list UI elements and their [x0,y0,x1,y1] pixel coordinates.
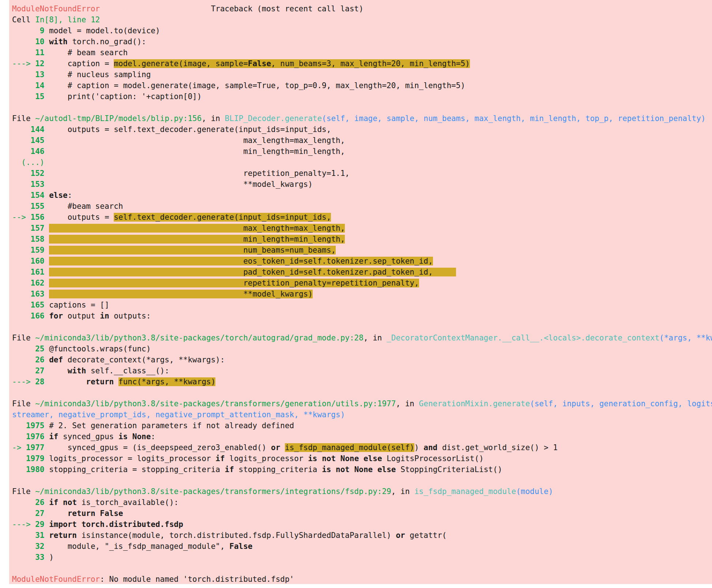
traceback-line: 26 if not is_torch_available(): [12,497,712,508]
traceback-line: 32 module, "_is_fsdp_managed_module", Fa… [12,541,712,552]
traceback-line: 1980 stopping_criteria = stopping_criter… [12,464,712,475]
traceback-line [12,321,712,332]
code-text: outputs: [109,312,151,320]
line-number: 153 [12,180,45,189]
traceback-line: File ~/miniconda3/lib/python3.8/site-pac… [12,486,712,497]
code-text: , in [396,399,419,408]
line-number: 31 [12,531,45,540]
code-keyword: None [340,454,359,463]
traceback-line: streamer, negative_prompt_ids, negative_… [12,409,712,420]
code-text [45,268,49,276]
code-text [128,432,132,441]
traceback-line: 15 print('caption: '+caption[0]) [12,91,712,102]
cell-output-gutter [0,0,9,588]
traceback-line: 27 with self.__class__(): [12,365,712,376]
traceback-line: 13 # nucleus sampling [12,69,712,80]
traceback-line: 160 eos_token_id=self.tokenizer.sep_toke… [12,256,712,267]
code-keyword: is [322,465,331,474]
code-keyword: or [271,443,280,452]
code-text: print('caption: '+caption[0]) [45,92,202,101]
code-text: stopping_criteria [234,465,322,474]
traceback-line: 152 repetition_penalty=1.1, [12,168,712,179]
error-traceback-output: ModuleNotFoundError Traceback (most rece… [9,0,712,584]
code-text: isinstance(module, torch.distributed.fsd… [77,531,396,540]
code-text [45,279,49,287]
traceback-line: 162 repetition_penalty=repetition_penalt… [12,278,712,289]
traceback-line: 9 model = model.to(device) [12,25,712,36]
traceback-path: ---> [12,520,35,529]
traceback-path: ~/miniconda3/lib/python3.8/site-packages… [35,333,363,342]
code-text [58,498,63,507]
call-args: (self, image, sample, num_beams, max_len… [322,114,705,123]
line-number: 13 [12,70,45,79]
highlighted-code: model.generate(image, sample= [114,59,248,68]
code-text [114,377,118,386]
line-number: 1979 [12,454,45,463]
line-number: 166 [12,312,45,320]
traceback-line: 144 outputs = self.text_decoder.generate… [12,124,712,135]
code-text: **model_kwargs) [45,180,313,189]
code-keyword: not [336,465,350,474]
code-text [95,509,100,518]
code-keyword: else [45,191,68,200]
line-number: 165 [12,301,45,309]
code-text: dist.get_world_size() > 1 [437,443,558,452]
line-number: 29 [35,520,44,529]
code-text: : No module named 'torch.distributed.fsd… [100,575,294,584]
code-text: caption = [45,59,114,68]
traceback-path: -> [12,443,26,452]
code-text [373,465,377,474]
line-number: 163 [12,290,45,298]
code-text: , in [363,333,387,342]
traceback-line: 158 min_length=min_length, [12,234,712,245]
code-keyword: None [354,465,373,474]
traceback-line: 146 min_length=min_length, [12,146,712,157]
code-text: # caption = model.generate(image, sample… [45,81,466,90]
code-text: synced_gpus [58,432,118,441]
code-keyword: not [63,498,77,507]
code-keyword: def [45,355,63,364]
traceback-line: -> 1977 synced_gpus = (is_deepspeed_zero… [12,442,712,453]
code-keyword: and [423,443,437,452]
traceback-line: 161 pad_token_id=self.tokenizer.pad_toke… [12,267,712,278]
code-text: LogitsProcessorList() [382,454,484,463]
code-text: captions = [] [45,301,109,309]
highlighted-code: **model_kwargs) [49,290,313,298]
line-number: 156 [31,213,45,222]
traceback-line: 26 def decorate_context(*args, **kwargs)… [12,354,712,365]
code-text: # beam search [45,48,128,57]
traceback-line: 159 num_beams=num_beams, [12,245,712,256]
code-keyword: import torch.distributed.fsdp [45,520,183,529]
code-text: output [63,312,100,320]
line-number: 146 [12,147,45,156]
line-number: 26 [12,355,45,364]
line-number: 32 [12,542,45,551]
code-text: Cell [12,15,35,24]
line-number: 1975 [12,421,45,430]
highlighted-code [433,268,456,276]
error-name: ModuleNotFoundError [12,575,100,584]
code-text: File [12,114,35,123]
traceback-line: File ~/miniconda3/lib/python3.8/site-pac… [12,332,712,343]
code-keyword: else [363,454,382,463]
code-text [350,465,354,474]
line-number: 162 [12,279,45,287]
highlighted-code: func(*args, **kwargs) [118,377,216,386]
code-keyword: False [100,509,123,518]
traceback-line: 11 # beam search [12,47,712,58]
line-number: 1976 [12,432,45,441]
line-number: 26 [12,498,45,507]
line-number: 160 [12,257,45,265]
traceback-path: In[8], line 12 [35,15,100,24]
call-args: streamer, negative_prompt_ids, negative_… [12,410,345,419]
traceback-line: 1979 logits_processor = logits_processor… [12,453,712,464]
code-keyword: if [215,454,225,463]
line-number: 159 [12,246,45,255]
code-text: File [12,399,35,408]
code-text: module, "_is_fsdp_managed_module", [45,542,230,551]
code-text: max_length=max_length, [45,136,345,145]
line-number: 1980 [12,465,45,474]
function-name: GenerationMixin.generate [419,399,530,408]
code-text: , in [201,114,225,123]
traceback-path: ~/miniconda3/lib/python3.8/site-packages… [35,487,391,496]
